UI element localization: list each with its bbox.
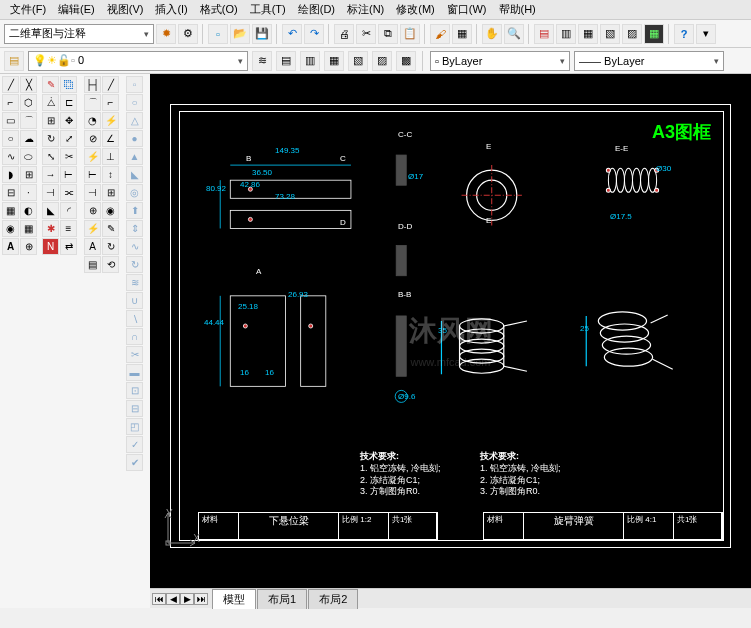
menu-modify[interactable]: 修改(M) xyxy=(390,0,441,19)
new-icon[interactable]: ▫ xyxy=(208,24,228,44)
ellipse-icon[interactable]: ⬭ xyxy=(20,148,37,165)
layer-walk-icon[interactable]: ▩ xyxy=(396,51,416,71)
intersect-icon[interactable]: ∩ xyxy=(126,328,143,345)
stretch-icon[interactable]: ⤡ xyxy=(42,148,59,165)
layer-manager-icon[interactable]: ▤ xyxy=(4,51,24,71)
menu-help[interactable]: 帮助(H) xyxy=(493,0,542,19)
menu-draw[interactable]: 绘图(D) xyxy=(292,0,341,19)
explode-icon[interactable]: ✱ xyxy=(42,220,59,237)
menu-edit[interactable]: 编辑(E) xyxy=(52,0,101,19)
menu-insert[interactable]: 插入(I) xyxy=(149,0,193,19)
dim-baseline-icon[interactable]: ⊥ xyxy=(102,148,119,165)
point-icon[interactable]: · xyxy=(20,184,37,201)
sphere-icon[interactable]: ● xyxy=(126,130,143,147)
shell-icon[interactable]: ◰ xyxy=(126,418,143,435)
xline-icon[interactable]: ╳ xyxy=(20,76,37,93)
trim-icon[interactable]: ✂ xyxy=(60,148,77,165)
rotate-icon[interactable]: ↻ xyxy=(42,130,59,147)
redo-icon[interactable]: ↷ xyxy=(304,24,324,44)
offset-icon[interactable]: ⊏ xyxy=(60,94,77,111)
dim-diameter-icon[interactable]: ⊘ xyxy=(84,130,101,147)
dim-text-edit-icon[interactable]: A xyxy=(84,238,101,255)
dim-edit-icon[interactable]: ✎ xyxy=(102,220,119,237)
menu-window[interactable]: 窗口(W) xyxy=(441,0,493,19)
cylinder-icon[interactable]: ○ xyxy=(126,94,143,111)
tab-first-icon[interactable]: ⏮ xyxy=(152,593,166,605)
dim-style-icon[interactable]: ▤ xyxy=(84,256,101,273)
dim-angular-icon[interactable]: ∠ xyxy=(102,130,119,147)
add-selected-icon[interactable]: ⊕ xyxy=(20,238,37,255)
zoom-icon[interactable]: 🔍 xyxy=(504,24,524,44)
thicken-icon[interactable]: ▬ xyxy=(126,364,143,381)
table-icon[interactable]: ▦ xyxy=(20,220,37,237)
cut-icon[interactable]: ✂ xyxy=(356,24,376,44)
break-point-icon[interactable]: ⊢ xyxy=(60,166,77,183)
mirror-icon[interactable]: ⧊ xyxy=(42,94,59,111)
open-icon[interactable]: 📂 xyxy=(230,24,250,44)
subtract-icon[interactable]: ∖ xyxy=(126,310,143,327)
ellipse-arc-icon[interactable]: ◗ xyxy=(2,166,19,183)
union-icon[interactable]: ∪ xyxy=(126,292,143,309)
dim-linear-icon[interactable]: ├┤ xyxy=(84,76,101,93)
pan-icon[interactable]: ✋ xyxy=(482,24,502,44)
center-mark-icon[interactable]: ⊕ xyxy=(84,202,101,219)
tab-layout1[interactable]: 布局1 xyxy=(257,589,307,609)
menu-file[interactable]: 文件(F) xyxy=(4,0,52,19)
rectangle-icon[interactable]: ▭ xyxy=(2,112,19,129)
dropdown-icon[interactable]: ▾ xyxy=(696,24,716,44)
calc-icon[interactable]: ▦ xyxy=(644,24,664,44)
check-icon[interactable]: ✔ xyxy=(126,454,143,471)
region-icon[interactable]: ◉ xyxy=(2,220,19,237)
slice-icon[interactable]: ✂ xyxy=(126,346,143,363)
save-icon[interactable]: 💾 xyxy=(252,24,272,44)
dim-jogged-icon[interactable]: ⚡ xyxy=(102,112,119,129)
line-icon[interactable]: ╱ xyxy=(2,76,19,93)
clean-icon[interactable]: ✓ xyxy=(126,436,143,453)
layer-prev-icon[interactable]: ≋ xyxy=(252,51,272,71)
pyramid-icon[interactable]: ▲ xyxy=(126,148,143,165)
tab-last-icon[interactable]: ⏭ xyxy=(194,593,208,605)
color-combo[interactable]: ▫ ByLayer xyxy=(430,51,570,71)
workspace-combo[interactable]: 二维草图与注释 xyxy=(4,24,154,44)
polyline-icon[interactable]: ⌐ xyxy=(2,94,19,111)
circle-icon[interactable]: ○ xyxy=(2,130,19,147)
jog-line-icon[interactable]: ⚡ xyxy=(84,220,101,237)
gear-icon[interactable]: ⚙ xyxy=(178,24,198,44)
hatch-icon[interactable]: ▦ xyxy=(2,202,19,219)
arc-icon[interactable]: ⌒ xyxy=(20,112,37,129)
dim-continue-icon[interactable]: ⊢ xyxy=(84,166,101,183)
align-icon[interactable]: ≡ xyxy=(60,220,77,237)
properties-icon[interactable]: ▤ xyxy=(534,24,554,44)
block-icon[interactable]: ▦ xyxy=(452,24,472,44)
tool-palette-icon[interactable]: ▦ xyxy=(578,24,598,44)
wedge-icon[interactable]: ◣ xyxy=(126,166,143,183)
dim-radius-icon[interactable]: ◔ xyxy=(84,112,101,129)
menu-dimension[interactable]: 标注(N) xyxy=(341,0,390,19)
tab-next-icon[interactable]: ▶ xyxy=(180,593,194,605)
inspect-icon[interactable]: ◉ xyxy=(102,202,119,219)
revision-cloud-icon[interactable]: ☁ xyxy=(20,130,37,147)
dim-quick-icon[interactable]: ⚡ xyxy=(84,148,101,165)
design-center-icon[interactable]: ▥ xyxy=(556,24,576,44)
array-icon[interactable]: ⊞ xyxy=(42,112,59,129)
dim-break-icon[interactable]: ⊣ xyxy=(84,184,101,201)
fillet-icon[interactable]: ◜ xyxy=(60,202,77,219)
spline-icon[interactable]: ∿ xyxy=(2,148,19,165)
menu-view[interactable]: 视图(V) xyxy=(101,0,150,19)
menu-tools[interactable]: 工具(T) xyxy=(244,0,292,19)
erase-icon[interactable]: ✎ xyxy=(42,76,59,93)
mtext-icon[interactable]: A xyxy=(2,238,19,255)
dim-reassoc-icon[interactable]: ⟲ xyxy=(102,256,119,273)
cone-icon[interactable]: △ xyxy=(126,112,143,129)
dim-arc-icon[interactable]: ⌒ xyxy=(84,94,101,111)
plot-icon[interactable]: 🖨 xyxy=(334,24,354,44)
dim-space-icon[interactable]: ↕ xyxy=(102,166,119,183)
tab-layout2[interactable]: 布局2 xyxy=(308,589,358,609)
join-icon[interactable]: ⫘ xyxy=(60,184,77,201)
markup-icon[interactable]: ▨ xyxy=(622,24,642,44)
paste-icon[interactable]: 📋 xyxy=(400,24,420,44)
layer-match-icon[interactable]: ▨ xyxy=(372,51,392,71)
drawing-canvas[interactable]: A3图框 xyxy=(150,74,751,588)
presspull-icon[interactable]: ⇕ xyxy=(126,220,143,237)
dim-aligned-icon[interactable]: ╱ xyxy=(102,76,119,93)
